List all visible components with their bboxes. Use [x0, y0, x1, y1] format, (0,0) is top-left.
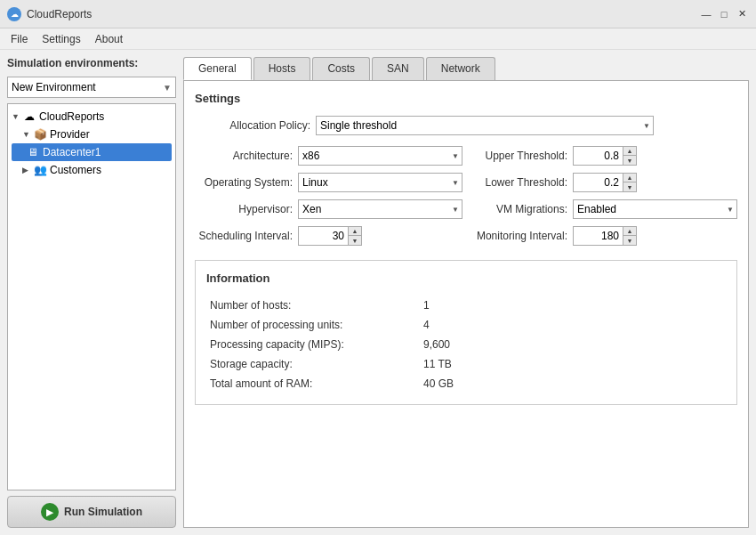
information-section: Information Number of hosts: 1 Number of…: [195, 260, 737, 405]
tree-container: ▼ ☁ CloudReports ▼ 📦 Provider 🖥 Datacent…: [7, 103, 176, 490]
maximize-button[interactable]: □: [717, 7, 731, 21]
lower-threshold-input[interactable]: [574, 174, 623, 191]
lower-threshold-spinner: ▲ ▼: [573, 173, 637, 192]
content-area: Settings Allocation Policy: Single thres…: [183, 80, 749, 528]
os-wrapper: LinuxWindowsFreeBSD ▼: [298, 173, 462, 192]
architecture-label: Architecture:: [195, 150, 293, 162]
architecture-select[interactable]: x86x64ARM: [298, 146, 462, 166]
monitoring-interval-row: Monitoring Interval: ▲ ▼: [470, 226, 737, 246]
allocation-policy-wrapper: Single threshold Inter-quartile range Lo…: [316, 116, 654, 135]
scheduling-interval-down[interactable]: ▼: [349, 236, 361, 245]
tree-expand-provider-icon: ▼: [22, 130, 33, 139]
run-icon: ▶: [41, 503, 59, 521]
title-bar: ☁ CloudReports — □ ✕: [0, 0, 756, 28]
app-icon: ☁: [7, 7, 21, 21]
info-value-processing-units: 4: [420, 315, 726, 335]
scheduling-interval-input[interactable]: [299, 227, 348, 245]
architecture-row: Architecture: x86x64ARM ▼: [195, 146, 462, 166]
scheduling-interval-spinbtns: ▲ ▼: [348, 227, 361, 245]
info-value-hosts: 1: [420, 296, 726, 315]
tree-expand-icon: ▼: [12, 112, 22, 121]
upper-threshold-label: Upper Threshold:: [470, 150, 567, 162]
tree-expand-dc-icon: [15, 148, 26, 157]
monitoring-interval-input[interactable]: [574, 227, 623, 245]
os-label: Operating System:: [195, 176, 293, 189]
upper-threshold-input[interactable]: [574, 147, 623, 165]
upper-threshold-up[interactable]: ▲: [623, 147, 636, 156]
tree-label-datacenter: Datacenter1: [43, 146, 101, 158]
hypervisor-row: Hypervisor: XenKVMVMware ▼: [195, 199, 462, 219]
table-row: Total amount of RAM: 40 GB: [206, 374, 726, 393]
lower-threshold-up[interactable]: ▲: [623, 174, 636, 182]
lower-threshold-label: Lower Threshold:: [470, 176, 567, 189]
lower-threshold-row: Lower Threshold: ▲ ▼: [470, 173, 737, 192]
monitoring-interval-down[interactable]: ▼: [623, 236, 636, 245]
os-select[interactable]: LinuxWindowsFreeBSD: [298, 173, 462, 192]
tab-bar: General Hosts Costs SAN Network: [183, 57, 749, 80]
sim-env-label: Simulation environments:: [7, 57, 176, 69]
menu-file[interactable]: File: [4, 31, 35, 47]
lower-threshold-spinbtns: ▲ ▼: [623, 174, 636, 191]
table-row: Storage capacity: 11 TB: [206, 354, 726, 374]
monitoring-interval-up[interactable]: ▲: [623, 227, 636, 236]
close-button[interactable]: ✕: [735, 7, 749, 21]
env-dropdown[interactable]: New Environment ▼: [7, 77, 176, 98]
architecture-wrapper: x86x64ARM ▼: [298, 146, 462, 166]
tree-item-provider[interactable]: ▼ 📦 Provider: [12, 126, 172, 143]
vm-migrations-select[interactable]: EnabledDisabled: [573, 199, 737, 219]
tree-label-cloudreports: CloudReports: [39, 110, 104, 123]
hypervisor-label: Hypervisor:: [195, 203, 293, 215]
monitoring-interval-spinbtns: ▲ ▼: [623, 227, 636, 245]
monitoring-interval-label: Monitoring Interval:: [470, 230, 567, 242]
hypervisor-wrapper: XenKVMVMware ▼: [298, 199, 462, 219]
tree-item-customers[interactable]: ▶ 👥 Customers: [12, 161, 172, 179]
env-dropdown-arrow-icon: ▼: [163, 83, 172, 93]
tree-expand-customers-icon: ▶: [22, 166, 33, 174]
tab-san[interactable]: SAN: [372, 57, 424, 80]
main-layout: Simulation environments: New Environment…: [0, 50, 756, 535]
menu-bar: File Settings About: [0, 28, 756, 50]
information-table: Number of hosts: 1 Number of processing …: [206, 296, 726, 393]
right-panel: General Hosts Costs SAN Network Settings…: [183, 57, 749, 528]
tree-label-customers: Customers: [50, 164, 101, 176]
tree-item-datacenter[interactable]: 🖥 Datacenter1: [12, 143, 172, 161]
upper-threshold-down[interactable]: ▼: [623, 156, 636, 165]
table-row: Number of processing units: 4: [206, 315, 726, 335]
customers-icon: 👥: [33, 163, 47, 177]
menu-settings[interactable]: Settings: [35, 31, 87, 47]
tree-label-provider: Provider: [50, 128, 90, 141]
hypervisor-select[interactable]: XenKVMVMware: [298, 199, 462, 219]
tab-network[interactable]: Network: [426, 57, 495, 80]
upper-threshold-row: Upper Threshold: ▲ ▼: [470, 146, 737, 166]
table-row: Number of hosts: 1: [206, 296, 726, 315]
info-label-processing-units: Number of processing units:: [206, 315, 420, 335]
upper-threshold-spinner: ▲ ▼: [573, 146, 637, 166]
allocation-policy-row: Allocation Policy: Single threshold Inte…: [195, 116, 737, 135]
tab-hosts[interactable]: Hosts: [253, 57, 311, 80]
tab-costs[interactable]: Costs: [312, 57, 370, 80]
scheduling-interval-label: Scheduling Interval:: [195, 230, 293, 242]
cloud-icon: ☁: [22, 109, 36, 124]
info-label-mips: Processing capacity (MIPS):: [206, 335, 420, 354]
tab-general[interactable]: General: [183, 57, 252, 80]
info-value-mips: 9,600: [420, 335, 726, 354]
minimize-button[interactable]: —: [699, 7, 713, 21]
allocation-policy-select[interactable]: Single threshold Inter-quartile range Lo…: [316, 116, 654, 135]
datacenter-icon: 🖥: [26, 145, 40, 159]
monitoring-interval-spinner: ▲ ▼: [573, 226, 637, 246]
lower-threshold-down[interactable]: ▼: [623, 182, 636, 191]
info-value-storage: 11 TB: [420, 354, 726, 374]
scheduling-interval-up[interactable]: ▲: [349, 227, 361, 236]
menu-about[interactable]: About: [88, 31, 130, 47]
info-label-storage: Storage capacity:: [206, 354, 420, 374]
run-simulation-button[interactable]: ▶ Run Simulation: [7, 496, 176, 528]
app-title: CloudReports: [27, 8, 699, 20]
upper-threshold-spinbtns: ▲ ▼: [623, 147, 636, 165]
env-dropdown-text: New Environment: [12, 81, 163, 93]
info-label-hosts: Number of hosts:: [206, 296, 420, 315]
vm-migrations-label: VM Migrations:: [470, 203, 567, 215]
information-title: Information: [206, 272, 726, 285]
vm-migrations-row: VM Migrations: EnabledDisabled ▼: [470, 199, 737, 219]
info-value-ram: 40 GB: [420, 374, 726, 393]
tree-item-cloudreports[interactable]: ▼ ☁ CloudReports: [12, 108, 172, 126]
